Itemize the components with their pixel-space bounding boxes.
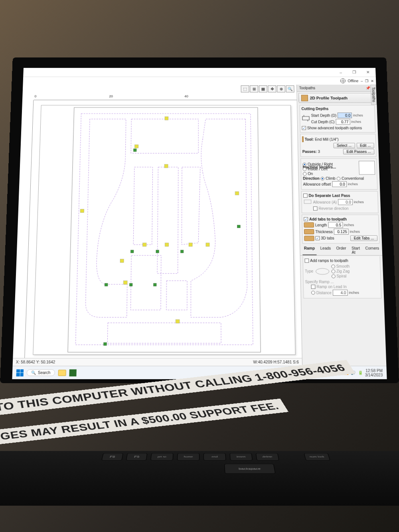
file-explorer-icon[interactable] [58, 370, 66, 376]
tool-name: End Mill (1/4") [315, 137, 339, 141]
globe-icon [340, 78, 346, 83]
view-tool-grid[interactable]: ▦ [259, 85, 267, 93]
svg-rect-23 [180, 250, 183, 253]
canvas-statusbar: X: 58.8642 Y: 50.1642 W:40.4209 H:57.148… [13, 358, 302, 366]
tab-markers [77, 117, 240, 323]
tool-group: Tool: End Mill (1/4") Select ... Edit ..… [300, 134, 376, 157]
search-icon: 🔍 [31, 370, 36, 375]
horizontal-ruler: 0 20 40 [34, 94, 296, 100]
outside-radio[interactable] [302, 162, 306, 166]
edit-tabs-button[interactable]: Edit Tabs ... [350, 235, 378, 241]
allowance-input[interactable] [332, 181, 347, 187]
tab-length-input[interactable] [328, 222, 343, 228]
machine-vectors-group: Machine Vectors... Outside / Right Insid… [300, 158, 377, 190]
ramp-zigzag-radio [331, 269, 335, 273]
window-minimize-button[interactable]: – [334, 68, 347, 76]
start-depth-label: Start Depth (D) [311, 113, 336, 117]
svg-rect-28 [104, 342, 107, 345]
tab-startat[interactable]: Start At [350, 245, 361, 255]
search-placeholder: Search [38, 370, 51, 375]
cut-depth-input[interactable] [336, 119, 350, 125]
doc-restore-button[interactable]: ❐ [365, 79, 369, 83]
doc-minimize-button[interactable]: – [361, 79, 363, 83]
design-canvas[interactable] [33, 105, 295, 355]
tab-leads[interactable]: Leads [319, 245, 333, 255]
ramp-distance-input [333, 290, 348, 296]
advanced-options-checkbox[interactable] [302, 126, 306, 130]
on-radio[interactable] [303, 172, 307, 176]
view-tool-1[interactable]: ⬚ [241, 85, 249, 93]
window-close-button[interactable]: ✕ [361, 68, 374, 76]
svg-rect-27 [237, 225, 240, 228]
svg-point-31 [316, 268, 329, 274]
taskbar-search[interactable]: 🔍 Search [27, 369, 55, 376]
view-tool-zoom[interactable]: 🔍 [286, 85, 294, 93]
add-tabs-checkbox[interactable] [304, 217, 308, 221]
endmill-icon [302, 136, 304, 142]
tab-order[interactable]: Order [335, 245, 348, 255]
depth-icon [302, 114, 310, 123]
doc-close-button[interactable]: ✕ [371, 79, 374, 83]
allowance-label: Allowance offset [303, 182, 331, 186]
svg-rect-9 [164, 164, 168, 168]
vertical-ruler [18, 100, 34, 358]
add-ramps-checkbox[interactable] [304, 259, 309, 263]
panel-title: Toolpaths [299, 86, 316, 90]
svg-rect-26 [154, 283, 157, 286]
start-depth-input[interactable] [338, 113, 352, 118]
inside-radio[interactable] [303, 167, 307, 171]
svg-rect-4 [157, 167, 178, 273]
start-button[interactable] [16, 369, 24, 376]
view-tool-center[interactable]: ⊕ [277, 85, 285, 93]
cut-depth-label: Cut Depth (C) [311, 120, 335, 124]
tab-length-icon [304, 222, 314, 227]
toolpath-type-header: 2D Profile Toolpath [298, 93, 375, 103]
tab-ramp[interactable]: Ramp [302, 245, 316, 255]
ramp-distance-radio [311, 291, 315, 295]
svg-rect-24 [105, 283, 108, 286]
tab-corners[interactable]: Corners [363, 245, 381, 255]
view-tool-pan[interactable]: ✥ [268, 85, 276, 93]
svg-rect-21 [130, 250, 134, 253]
sub-tabs: Ramp Leads Order Start At Corners [300, 244, 382, 255]
specify-ramp-label: Specify Ramp ... [305, 280, 379, 284]
svg-rect-7 [107, 323, 221, 343]
tool-select-button[interactable]: Select ... [333, 143, 355, 148]
document-bar: Offline – ❐ ✕ [23, 77, 376, 85]
svg-rect-3 [133, 167, 152, 245]
panel-pin-icon[interactable]: 📌 [366, 86, 371, 90]
app-icon[interactable] [69, 369, 76, 376]
svg-rect-29 [302, 117, 309, 120]
window-titlebar: – ❐ ✕ [23, 68, 376, 77]
conventional-radio[interactable] [336, 177, 340, 180]
toolpaths-side-tab[interactable]: Toolpaths [370, 85, 377, 105]
tool-edit-button[interactable]: Edit ... [356, 143, 374, 148]
svg-rect-30 [304, 200, 311, 204]
node-markers [104, 149, 241, 346]
climb-radio[interactable] [321, 177, 325, 180]
svg-rect-14 [206, 243, 209, 247]
svg-rect-5 [130, 255, 161, 310]
clock-time: 12:58 PM [365, 368, 383, 373]
view-tool-2[interactable]: ⊞ [250, 85, 258, 93]
selection-whs: W:40.4209 H:57.1481 S:6 [253, 360, 299, 364]
cursor-xy: X: 58.8642 Y: 50.1642 [16, 360, 55, 364]
svg-rect-2 [131, 119, 198, 153]
tabs-group: Add tabs to toolpath Length inches Thick… [302, 215, 379, 244]
tab-thickness-input[interactable] [334, 229, 349, 235]
tab-thickness-icon [304, 229, 314, 234]
separate-last-pass-checkbox[interactable] [303, 194, 308, 198]
3d-tabs-checkbox[interactable] [315, 236, 320, 240]
svg-rect-10 [80, 209, 84, 213]
passes-value: 3 [318, 150, 320, 154]
svg-rect-6 [166, 281, 187, 310]
profile-toolpath-icon [301, 95, 308, 101]
vectors-preview [359, 161, 375, 175]
battery-icon[interactable]: 🔋 [358, 370, 363, 375]
svg-rect-15 [120, 259, 124, 263]
window-maximize-button[interactable]: ❐ [348, 68, 361, 76]
edit-passes-button[interactable]: Edit Passes ... [343, 149, 375, 154]
svg-rect-11 [142, 243, 146, 247]
svg-rect-19 [134, 144, 138, 148]
svg-rect-16 [123, 281, 127, 284]
